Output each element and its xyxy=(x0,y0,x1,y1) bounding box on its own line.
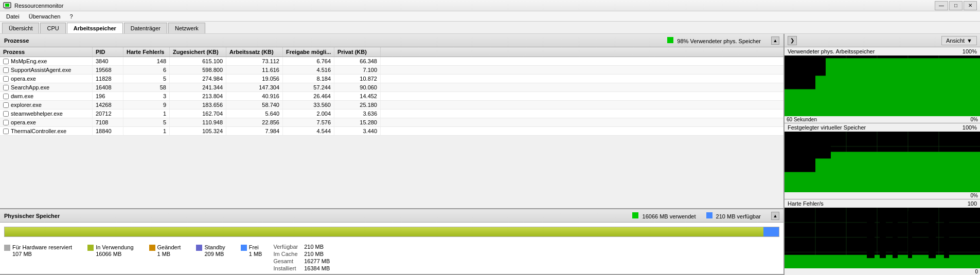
col-header-workingset: Arbeitssatz (KB) xyxy=(226,47,283,57)
minimize-button[interactable]: — xyxy=(935,1,948,10)
close-button[interactable]: ✕ xyxy=(964,1,977,10)
cell-hardfaults: 5 xyxy=(123,75,170,83)
cell-workingset: 19.056 xyxy=(226,75,283,83)
col-header-pid: PID xyxy=(93,47,123,57)
table-row[interactable]: steamwebhelper.exe 20712 1 162.704 5.640… xyxy=(0,109,783,118)
title-bar: Ressourcenmonitor — □ ✕ xyxy=(0,0,980,11)
col-header-hardfaults: Harte Fehler/s xyxy=(123,47,170,57)
app-title: Ressourcenmonitor xyxy=(14,3,63,9)
cell-hardfaults: 5 xyxy=(123,118,170,126)
svg-rect-1 xyxy=(5,4,9,7)
physmem-used-bar xyxy=(5,227,763,236)
cell-hardfaults: 1 xyxy=(123,109,170,118)
tab-netzwerk[interactable]: Netzwerk xyxy=(168,23,205,33)
table-row[interactable]: MsMpEng.exe 3840 148 615.100 73.112 6.76… xyxy=(0,57,783,66)
cell-shareable: 26.464 xyxy=(283,92,334,100)
chart-virtual-memory: Festgelegter virtueller Speicher 100% xyxy=(785,123,980,199)
table-row[interactable]: SupportAssistAgent.exe 19568 6 598.800 1… xyxy=(0,66,783,75)
menu-bar: Datei Überwachen ? xyxy=(0,11,980,22)
cell-private: 14.452 xyxy=(334,92,381,100)
legend-hardware: Für Hardware reserviert 107 MB xyxy=(4,244,72,271)
physmem-bar-container xyxy=(0,223,783,241)
row-checkbox[interactable] xyxy=(3,129,9,134)
table-row[interactable]: explorer.exe 14268 9 183.656 58.740 33.5… xyxy=(0,101,783,109)
row-checkbox[interactable] xyxy=(3,67,9,73)
physmem-collapse-button[interactable]: ▲ xyxy=(771,212,779,220)
table-row[interactable]: SearchApp.exe 16408 58 241.344 147.304 5… xyxy=(0,83,783,92)
row-checkbox[interactable] xyxy=(3,94,9,99)
menu-uberwachen[interactable]: Überwachen xyxy=(25,12,65,21)
tab-datentrager[interactable]: Datenträger xyxy=(124,23,167,33)
cell-process: ThermalController.exe xyxy=(0,127,93,135)
cell-process: steamwebhelper.exe xyxy=(0,109,93,118)
chart2-area xyxy=(785,132,980,192)
cell-pid: 14268 xyxy=(93,101,123,109)
table-rows-container: MsMpEng.exe 3840 148 615.100 73.112 6.76… xyxy=(0,57,783,136)
cell-pid: 19568 xyxy=(93,66,123,74)
title-bar-left: Ressourcenmonitor xyxy=(3,2,63,10)
svg-rect-37 xyxy=(893,221,898,258)
processes-title: Prozesse xyxy=(4,38,29,44)
cell-shareable: 4.516 xyxy=(283,66,334,74)
left-panel: Prozesse 98% Verwendeter phys. Speicher … xyxy=(0,34,785,275)
app-icon xyxy=(3,2,11,10)
cell-private: 7.100 xyxy=(334,66,381,74)
cell-pid: 20712 xyxy=(93,109,123,118)
cell-pid: 18840 xyxy=(93,127,123,135)
row-checkbox[interactable] xyxy=(3,76,9,82)
physmem-legend: Für Hardware reserviert 107 MB In Verwen… xyxy=(0,241,266,274)
right-panel: ❯ Ansicht ▼ Verwendeter phys. Arbeitsspe… xyxy=(785,34,980,275)
row-checkbox[interactable] xyxy=(3,102,9,108)
cell-workingset: 7.984 xyxy=(226,127,283,135)
table-row[interactable]: opera.exe 11828 5 274.984 19.056 8.184 1… xyxy=(0,75,783,83)
svg-rect-36 xyxy=(880,214,886,258)
cell-committed: 274.984 xyxy=(170,75,226,83)
window-controls[interactable]: — □ ✕ xyxy=(935,1,977,10)
green-badge-icon xyxy=(667,37,673,43)
cell-shareable: 2.004 xyxy=(283,109,334,118)
right-header: ❯ Ansicht ▼ xyxy=(785,34,980,47)
tab-ubersicht[interactable]: Übersicht xyxy=(2,23,39,33)
menu-datei[interactable]: Datei xyxy=(2,12,24,21)
row-checkbox[interactable] xyxy=(3,120,9,125)
col-header-shareable: Freigabe mögli... xyxy=(283,47,334,57)
cell-shareable: 33.560 xyxy=(283,101,334,109)
chart2-svg xyxy=(785,132,980,192)
legend-free: Frei 1 MB xyxy=(241,244,262,271)
expand-button[interactable]: ❯ xyxy=(788,36,797,45)
maximize-button[interactable]: □ xyxy=(949,1,963,10)
table-row[interactable]: dwm.exe 196 3 213.804 40.916 26.464 14.4… xyxy=(0,92,783,101)
row-checkbox[interactable] xyxy=(3,111,9,117)
cell-private: 66.348 xyxy=(334,57,381,65)
processes-collapse-button[interactable]: ▲ xyxy=(771,36,779,45)
main-layout: Prozesse 98% Verwendeter phys. Speicher … xyxy=(0,34,980,275)
chart2-label: Festgelegter virtueller Speicher 100% xyxy=(785,123,980,132)
cell-shareable: 8.184 xyxy=(283,75,334,83)
processes-header: Prozesse 98% Verwendeter phys. Speicher … xyxy=(0,34,783,47)
row-checkbox[interactable] xyxy=(3,85,9,90)
table-row[interactable]: opera.exe 7108 5 110.948 22.856 7.576 15… xyxy=(0,118,783,127)
cell-process: MsMpEng.exe xyxy=(0,57,93,65)
processes-info: 98% Verwendeter phys. Speicher ▲ xyxy=(667,36,779,45)
svg-rect-38 xyxy=(908,211,912,259)
svg-rect-40 xyxy=(944,218,949,259)
cell-committed: 615.100 xyxy=(170,57,226,65)
cell-committed: 105.324 xyxy=(170,127,226,135)
chart3-svg xyxy=(785,208,980,268)
cell-hardfaults: 9 xyxy=(123,101,170,109)
menu-help[interactable]: ? xyxy=(65,12,77,21)
chart1-area xyxy=(785,56,980,116)
ansicht-button[interactable]: Ansicht ▼ xyxy=(941,36,977,45)
physmem-used-label: 16066 MB verwendet xyxy=(632,212,696,219)
tab-arbeitsspeicher[interactable]: Arbeitsspeicher xyxy=(67,23,123,33)
table-row[interactable]: ThermalController.exe 18840 1 105.324 7.… xyxy=(0,127,783,136)
chart-physical-memory: Verwendeter phys. Arbeitsspeicher 100% xyxy=(785,47,980,123)
tab-cpu[interactable]: CPU xyxy=(40,23,65,33)
physical-memory-section: Physischer Speicher 16066 MB verwendet 2… xyxy=(0,209,783,275)
chart1-footer: 60 Sekunden 0% xyxy=(785,116,980,123)
process-table-body[interactable]: MsMpEng.exe 3840 148 615.100 73.112 6.76… xyxy=(0,57,783,208)
row-checkbox[interactable] xyxy=(3,59,9,64)
cell-workingset: 40.916 xyxy=(226,92,283,100)
cell-committed: 162.704 xyxy=(170,109,226,118)
cell-process: SearchApp.exe xyxy=(0,83,93,91)
